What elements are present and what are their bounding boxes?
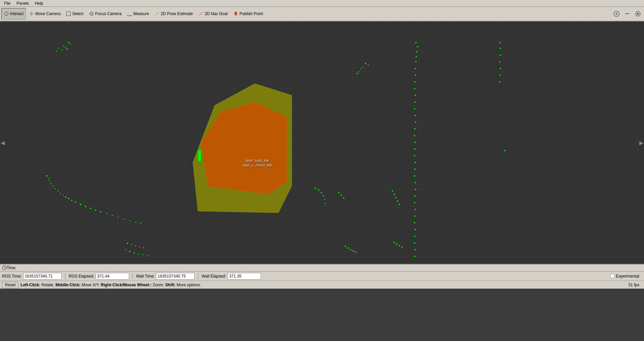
svg-point-66 <box>415 182 416 183</box>
right-click-hint: Right-Click/Mouse Wheel:: <box>101 283 152 287</box>
interact-button[interactable]: Interact <box>1 8 26 19</box>
toolbar-remove-icon[interactable] <box>623 9 632 18</box>
svg-point-47 <box>416 56 417 57</box>
experimental-area: Experimental <box>610 274 642 279</box>
svg-point-30 <box>68 42 69 43</box>
svg-point-93 <box>90 208 91 209</box>
svg-point-80 <box>49 181 50 182</box>
svg-point-91 <box>80 204 81 205</box>
ros-time-value[interactable] <box>23 273 62 280</box>
svg-point-92 <box>85 206 86 207</box>
svg-point-87 <box>65 196 66 198</box>
svg-point-59 <box>414 135 415 136</box>
toolbar: Interact Move Camera Select Focus Camera… <box>0 7 644 21</box>
viewport[interactable]: laser_body_link laser_1_mount_link ◀ ▶ <box>0 21 644 264</box>
svg-point-84 <box>58 191 59 192</box>
svg-rect-6 <box>66 12 70 16</box>
menubar: File Panels Help <box>0 0 644 7</box>
svg-point-62 <box>414 155 415 156</box>
wall-time-field: Wall Time: <box>136 273 195 280</box>
wall-time-value[interactable] <box>156 273 195 280</box>
svg-point-109 <box>129 251 130 252</box>
experimental-checkbox[interactable] <box>610 274 614 278</box>
publish-point-label: Publish Point <box>239 11 263 16</box>
right-edge-arrow[interactable]: ▶ <box>639 140 643 146</box>
svg-point-58 <box>414 128 416 130</box>
left-edge-arrow[interactable]: ◀ <box>1 140 5 146</box>
svg-point-139 <box>500 48 501 49</box>
toolbar-circle-icon[interactable] <box>633 9 643 18</box>
svg-point-40 <box>363 66 364 67</box>
svg-point-34 <box>66 48 68 50</box>
wall-elapsed-value[interactable] <box>227 273 261 280</box>
svg-point-38 <box>365 63 366 64</box>
svg-rect-29 <box>252 162 255 164</box>
svg-point-76 <box>415 249 416 250</box>
interact-label: Interact <box>10 11 23 16</box>
svg-point-105 <box>135 245 136 246</box>
menu-file[interactable]: File <box>1 1 13 6</box>
ros-elapsed-label: ROS Elapsed: <box>69 274 94 279</box>
svg-point-123 <box>392 190 393 192</box>
svg-point-70 <box>415 209 416 210</box>
svg-point-115 <box>318 189 319 191</box>
shapes-layer <box>0 21 644 264</box>
menu-help[interactable]: Help <box>32 1 46 6</box>
svg-point-120 <box>338 192 339 193</box>
svg-point-37 <box>56 51 57 52</box>
svg-point-7 <box>90 12 93 15</box>
svg-point-86 <box>63 195 64 196</box>
status-bar: Time <box>0 264 644 271</box>
svg-point-113 <box>147 255 148 256</box>
svg-point-100 <box>130 221 131 222</box>
svg-point-94 <box>95 209 96 211</box>
measure-button[interactable]: Measure <box>124 8 151 19</box>
svg-point-75 <box>414 242 415 244</box>
svg-point-96 <box>106 213 107 214</box>
svg-point-49 <box>415 68 416 69</box>
toolbar-add-icon[interactable] <box>612 9 621 18</box>
svg-point-128 <box>345 246 346 247</box>
svg-point-106 <box>139 246 140 247</box>
menu-panels[interactable]: Panels <box>14 1 32 6</box>
svg-point-99 <box>124 219 125 220</box>
focus-camera-button[interactable]: Focus Camera <box>87 8 124 19</box>
time-label: Time <box>7 265 15 270</box>
ros-time-label: ROS Time: <box>2 274 22 279</box>
move-camera-button[interactable]: Move Camera <box>26 8 63 19</box>
svg-point-101 <box>136 222 137 223</box>
svg-point-67 <box>415 189 416 190</box>
svg-point-78 <box>46 175 48 177</box>
reset-button[interactable]: Reset <box>2 282 18 288</box>
select-button[interactable]: Select <box>63 8 86 19</box>
svg-point-41 <box>361 68 362 69</box>
svg-point-73 <box>415 229 416 230</box>
svg-point-79 <box>48 178 49 179</box>
select-icon <box>66 11 71 16</box>
svg-point-102 <box>141 223 142 224</box>
info-bar: ROS Time: ROS Elapsed: Wall Time: Wall E… <box>0 271 644 281</box>
svg-line-148 <box>4 268 5 269</box>
svg-point-124 <box>393 194 395 195</box>
svg-point-5 <box>31 13 32 14</box>
2d-nav-icon <box>198 11 204 16</box>
svg-point-97 <box>112 215 113 216</box>
ros-elapsed-field: ROS Elapsed: <box>69 273 129 280</box>
publish-point-button[interactable]: Publish Point <box>231 8 265 19</box>
svg-point-52 <box>414 88 415 89</box>
2d-pose-button[interactable]: 2D Pose Estimate <box>152 8 195 19</box>
toolbar-right-icons <box>612 9 643 18</box>
ros-elapsed-value[interactable] <box>96 273 129 280</box>
svg-point-108 <box>125 249 126 250</box>
2d-nav-button[interactable]: 2D Nav Goal <box>196 8 230 19</box>
hint-text: Left-Click: Rotate. Middle-Click: Move X… <box>20 283 201 287</box>
svg-point-68 <box>414 195 416 197</box>
svg-point-131 <box>353 250 354 252</box>
svg-point-81 <box>51 183 52 184</box>
svg-point-88 <box>68 198 69 199</box>
svg-point-111 <box>138 254 139 255</box>
svg-point-32 <box>63 46 64 47</box>
svg-point-65 <box>414 175 415 177</box>
svg-point-90 <box>75 201 76 203</box>
svg-point-60 <box>415 142 416 143</box>
